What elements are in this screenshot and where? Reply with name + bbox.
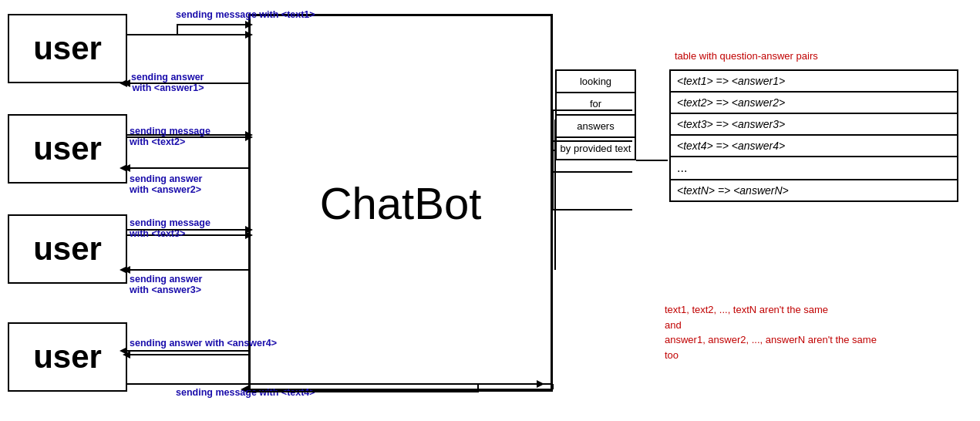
- answer-row-1: <text1> => <answer1>: [671, 71, 957, 93]
- user-box-1: user: [8, 14, 127, 83]
- msg1-label: sending message with <text1>: [176, 9, 315, 20]
- ans2-label: sending answerwith <answer2>: [130, 173, 202, 195]
- answer-row-2: <text2> => <answer2>: [671, 93, 957, 114]
- lookup-cell-byprovided: by provided text: [557, 138, 635, 159]
- chatbot-box: ChatBot: [248, 14, 553, 392]
- user-label-4: user: [33, 338, 102, 376]
- ans3-label: sending answerwith <answer3>: [130, 274, 202, 295]
- user-box-3: user: [8, 214, 127, 284]
- user-label-2: user: [33, 130, 102, 167]
- answer-row-n: <textN> => <answerN>: [671, 180, 957, 200]
- answer-table: <text1> => <answer1> <text2> => <answer2…: [669, 69, 958, 202]
- msg3-label: sending messagewith <text3>: [130, 217, 210, 239]
- user-label-3: user: [33, 231, 102, 268]
- ans1-label: sending answerwith <answer1>: [131, 72, 204, 93]
- footer-note: text1, text2, ..., textN aren't the same…: [665, 302, 877, 362]
- msg4-label: sending message with <text4>: [176, 387, 315, 398]
- ans4-label: sending answer with <answer4>: [130, 338, 277, 349]
- chatbot-label: ChatBot: [320, 177, 482, 229]
- lookup-box: looking for answers by provided text: [555, 69, 636, 160]
- msg2-label: sending messagewith <text2>: [130, 126, 210, 147]
- lookup-cell-answers: answers: [557, 116, 635, 138]
- answer-row-4: <text4> => <answer4>: [671, 136, 957, 157]
- user-box-4: user: [8, 322, 127, 392]
- answer-row-dots: ...: [671, 157, 957, 180]
- table-label: table with question-answer pairs: [675, 50, 818, 62]
- user-box-2: user: [8, 114, 127, 184]
- lookup-cell-looking: looking: [557, 71, 635, 93]
- lookup-cell-for: for: [557, 93, 635, 116]
- user-label-1: user: [33, 30, 102, 67]
- answer-row-3: <text3> => <answer3>: [671, 114, 957, 136]
- diagram: user user user user ChatBot: [0, 0, 980, 421]
